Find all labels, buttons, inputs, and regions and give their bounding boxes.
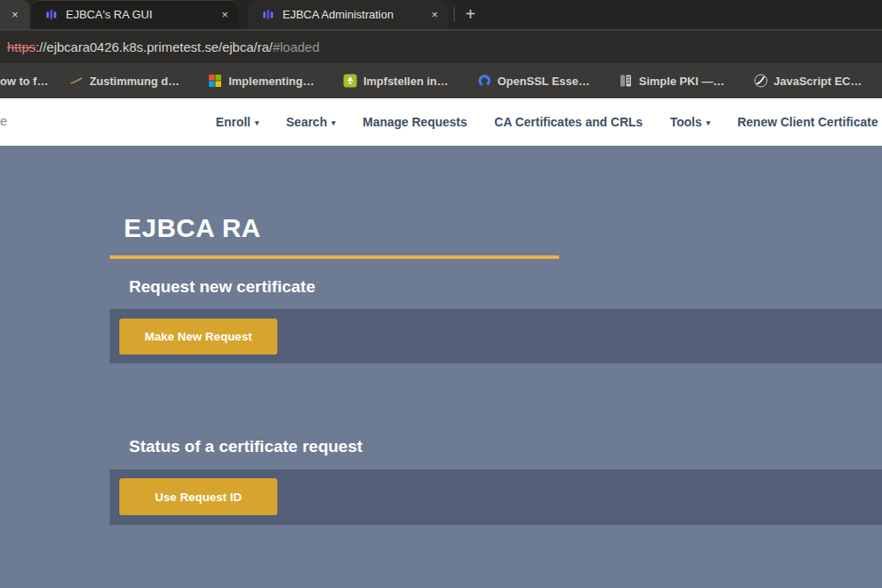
site-nav-items: Enroll▾ Search▾ Manage Requests CA Certi… xyxy=(216,98,882,146)
ejbca-favicon xyxy=(45,8,58,21)
nav-search[interactable]: Search▾ xyxy=(286,115,335,129)
nav-label: Manage Requests xyxy=(362,115,467,129)
page-title: EJBCA RA xyxy=(124,213,261,243)
bookmark-label: Zustimmung d… xyxy=(90,75,180,88)
bookmark-item[interactable]: Impfstellen in… xyxy=(343,74,448,88)
site-nav-bar: e Enroll▾ Search▾ Manage Requests CA Cer… xyxy=(0,98,882,146)
use-request-id-button[interactable]: Use Request ID xyxy=(119,478,277,515)
url-text: ://ejbcara0426.k8s.primetest.se/ejbca/ra… xyxy=(36,39,273,54)
nav-label: Renew Client Certificate xyxy=(737,115,878,129)
globe-icon xyxy=(754,74,768,88)
digitalocean-icon xyxy=(477,74,491,88)
bookmark-label: Impfstellen in… xyxy=(363,75,448,88)
chevron-down-icon: ▾ xyxy=(255,118,259,127)
nav-ca-certificates-and-crls[interactable]: CA Certificates and CRLs xyxy=(494,115,642,129)
tab-strip: × EJBCA's RA GUI × EJBCA Administration … xyxy=(0,0,882,29)
bookmark-item[interactable]: Simple PKI —… xyxy=(619,74,725,88)
green-app-icon xyxy=(343,74,357,88)
tab-ejbca-ra-gui[interactable]: EJBCA's RA GUI × xyxy=(32,0,239,29)
bookmark-item[interactable]: Implementing… xyxy=(208,74,314,88)
nav-enroll[interactable]: Enroll▾ xyxy=(216,115,259,129)
bookmark-label: Implementing… xyxy=(228,75,314,88)
tab-close-icon[interactable]: × xyxy=(221,9,228,20)
nav-manage-requests[interactable]: Manage Requests xyxy=(362,115,467,129)
tab-close-icon[interactable]: × xyxy=(431,9,438,20)
partial-tab[interactable]: × xyxy=(0,0,30,29)
bookmark-item[interactable]: ow to f… xyxy=(0,75,48,88)
tab-title: EJBCA Administration xyxy=(283,8,393,21)
section-heading-request-new-certificate: Request new certificate xyxy=(129,277,315,297)
tab-separator xyxy=(454,7,455,22)
url-fragment: #loaded xyxy=(273,39,319,54)
tab-title: EJBCA's RA GUI xyxy=(66,8,153,21)
bookmarks-bar: ow to f… Zustimmung d… Implementing… xyxy=(0,63,882,98)
tab-close-icon[interactable]: × xyxy=(11,9,18,20)
browser-window: × EJBCA's RA GUI × EJBCA Administration … xyxy=(0,0,882,588)
nav-label: Enroll xyxy=(216,115,251,129)
chevron-down-icon: ▾ xyxy=(706,118,711,127)
bookmark-label: OpenSSL Esse… xyxy=(498,75,590,88)
library-icon xyxy=(619,74,633,88)
section-heading-status-of-request: Status of a certificate request xyxy=(129,437,362,456)
make-new-request-button[interactable]: Make New Request xyxy=(119,319,277,355)
url-scheme-struck: https xyxy=(7,39,36,54)
nav-renew-client-certificate[interactable]: Renew Client Certificate▾ xyxy=(737,115,882,129)
site-logo-fragment: e xyxy=(0,113,7,128)
title-underline xyxy=(110,255,559,259)
bookmark-label: JavaScript EC… xyxy=(774,75,862,88)
ejbca-favicon xyxy=(262,8,275,21)
bookmark-item[interactable]: OpenSSL Esse… xyxy=(477,74,590,88)
bookmark-label: ow to f… xyxy=(0,75,48,88)
tab-ejbca-administration[interactable]: EJBCA Administration × xyxy=(248,0,448,29)
page-content: EJBCA RA Request new certificate Make Ne… xyxy=(0,146,882,588)
bookmark-item[interactable]: Zustimmung d… xyxy=(69,74,180,88)
nav-label: CA Certificates and CRLs xyxy=(494,115,642,129)
bookmark-label: Simple PKI —… xyxy=(639,75,725,88)
swoosh-icon xyxy=(69,74,83,88)
chevron-down-icon: ▾ xyxy=(332,118,336,127)
url-bar[interactable]: https://ejbcara0426.k8s.primetest.se/ejb… xyxy=(0,29,882,63)
microsoft-icon xyxy=(208,74,222,88)
nav-label: Tools xyxy=(670,115,701,129)
nav-label: Search xyxy=(286,115,327,129)
bookmark-item[interactable]: JavaScript EC… xyxy=(754,74,862,88)
new-tab-button[interactable]: + xyxy=(459,2,482,26)
nav-tools[interactable]: Tools▾ xyxy=(670,115,710,129)
